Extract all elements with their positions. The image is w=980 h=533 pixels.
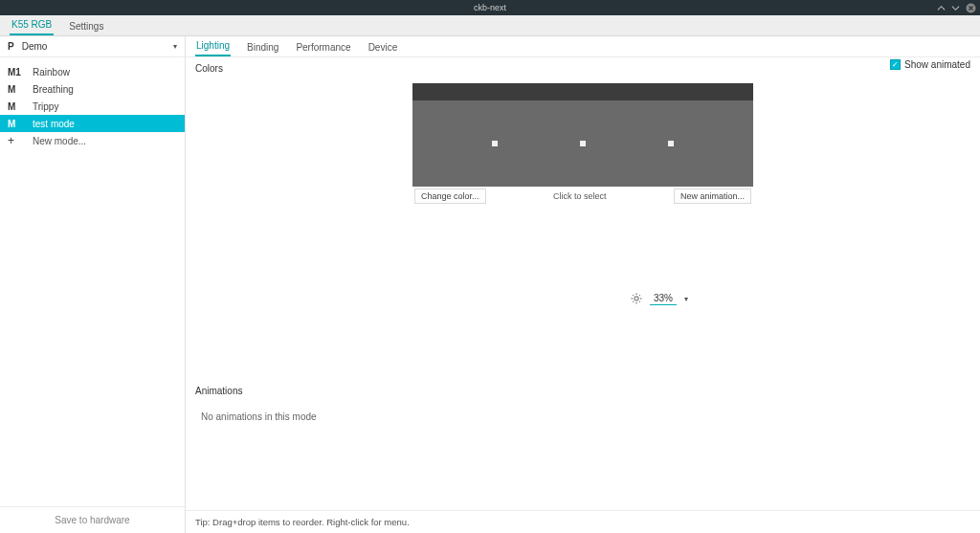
device-preview[interactable] — [412, 83, 753, 187]
change-color-button[interactable]: Change color... — [414, 189, 486, 204]
profile-selector[interactable]: P Demo ▾ — [0, 36, 185, 57]
mode-list: M1 Rainbow M Breathing M Trippy M test m… — [0, 57, 185, 506]
new-animation-button[interactable]: New animation... — [674, 189, 751, 204]
window-titlebar: ckb-next — [0, 0, 980, 15]
subtab-device[interactable]: Device — [368, 38, 399, 56]
tip-text: Tip: Drag+drop items to reorder. Right-c… — [186, 510, 980, 533]
device-zone-3[interactable] — [668, 141, 674, 146]
animations-section: Animations No animations in this mode — [186, 386, 980, 437]
mode-label: Rainbow — [33, 67, 70, 78]
mode-item-breathing[interactable]: M Breathing — [0, 80, 185, 98]
profile-name: Demo — [22, 41, 48, 52]
svg-line-7 — [639, 301, 640, 302]
device-body — [412, 100, 753, 187]
show-animated-label: Show animated — [904, 59, 970, 70]
sub-tabs: Lighting Binding Performance Device — [186, 36, 980, 57]
profile-prefix: P — [8, 41, 14, 52]
svg-line-6 — [633, 295, 634, 296]
device-topbar — [412, 83, 753, 100]
main-panel: Lighting Binding Performance Device Colo… — [186, 36, 980, 533]
brightness-value: 33% — [650, 292, 677, 305]
colors-section: Colors ✓ Show animated Change color... C… — [186, 57, 980, 305]
mode-label: test mode — [33, 119, 75, 129]
maximize-icon[interactable] — [951, 4, 960, 12]
show-animated-checkbox[interactable]: ✓ Show animated — [890, 59, 970, 70]
svg-line-9 — [639, 295, 640, 296]
window-controls — [937, 0, 976, 15]
brightness-control[interactable]: 33% ▾ — [348, 292, 970, 305]
mode-label: Trippy — [33, 101, 58, 112]
sidebar: P Demo ▾ M1 Rainbow M Breathing M Trippy… — [0, 36, 186, 533]
tab-settings[interactable]: Settings — [67, 17, 105, 35]
svg-point-1 — [635, 297, 638, 300]
svg-line-8 — [633, 301, 634, 302]
checkbox-checked-icon: ✓ — [890, 59, 901, 70]
mode-key: M1 — [8, 67, 25, 78]
save-to-hardware-button[interactable]: Save to hardware — [0, 506, 185, 533]
window-title: ckb-next — [474, 3, 506, 12]
app-tabs: K55 RGB Settings — [0, 15, 980, 36]
plus-icon: + — [8, 134, 25, 147]
no-animations-text: No animations in this mode — [195, 396, 970, 437]
mode-item-trippy[interactable]: M Trippy — [0, 98, 185, 115]
mode-item-rainbow[interactable]: M1 Rainbow — [0, 63, 185, 80]
colors-title: Colors — [195, 63, 970, 74]
mode-key: M — [8, 119, 25, 129]
tab-device-k55[interactable]: K55 RGB — [10, 15, 54, 35]
subtab-performance[interactable]: Performance — [295, 38, 351, 56]
device-zone-2[interactable] — [580, 141, 586, 146]
chevron-down-icon: ▾ — [173, 42, 177, 51]
mode-key: M — [8, 101, 25, 112]
subtab-binding[interactable]: Binding — [246, 38, 279, 56]
animations-title: Animations — [195, 386, 970, 396]
chevron-down-icon: ▾ — [684, 295, 688, 303]
mode-key: M — [8, 84, 25, 95]
mode-label: Breathing — [33, 84, 74, 95]
click-to-select-label: Click to select — [553, 191, 607, 201]
subtab-lighting[interactable]: Lighting — [195, 36, 231, 56]
device-zone-1[interactable] — [492, 141, 498, 146]
new-mode-button[interactable]: + New mode... — [0, 132, 185, 149]
mode-item-test-mode[interactable]: M test mode — [0, 115, 185, 132]
minimize-icon[interactable] — [937, 4, 946, 12]
brightness-icon — [631, 293, 642, 304]
close-icon[interactable] — [966, 3, 976, 13]
new-mode-label: New mode... — [33, 136, 86, 146]
